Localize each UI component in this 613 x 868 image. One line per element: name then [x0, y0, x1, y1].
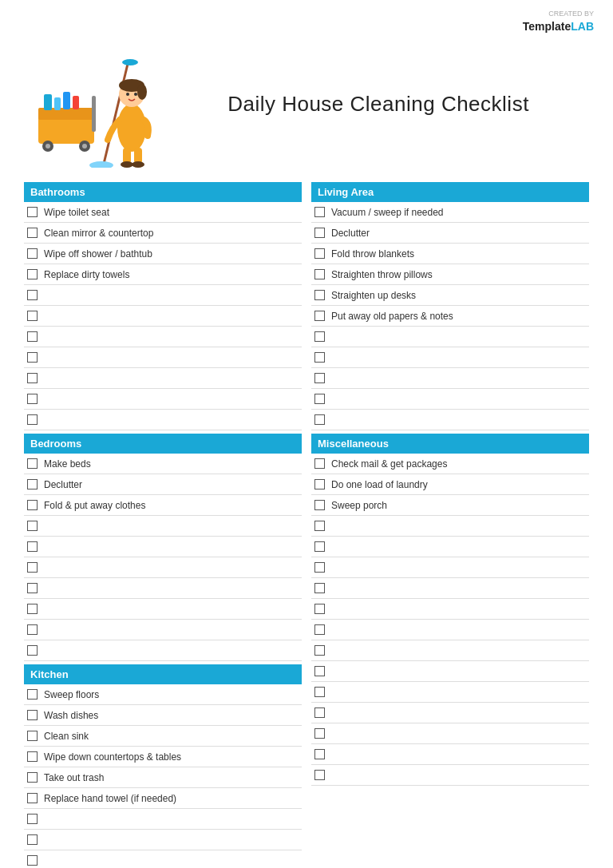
checkbox[interactable]: [314, 541, 325, 552]
empty-row: [24, 537, 302, 557]
checkbox[interactable]: [27, 479, 38, 489]
checkbox[interactable]: [27, 562, 38, 573]
list-item: Wipe off shower / bathtub: [24, 244, 302, 264]
checkbox[interactable]: [27, 458, 38, 469]
empty-row: [311, 578, 589, 599]
checkbox[interactable]: [314, 394, 325, 404]
empty-row: [24, 516, 302, 537]
empty-row: [24, 830, 302, 850]
empty-row: [311, 410, 589, 430]
item-text: Replace hand towel (if needed): [44, 793, 176, 804]
left-column: Bathrooms Wipe toilet seat Clean mirror …: [24, 182, 302, 868]
svg-point-13: [122, 59, 138, 65]
checkbox[interactable]: [314, 207, 325, 217]
checkbox[interactable]: [27, 541, 38, 552]
checkbox[interactable]: [314, 500, 325, 510]
checkbox[interactable]: [27, 248, 38, 259]
checkbox[interactable]: [314, 269, 325, 279]
list-item: Straighten up desks: [311, 285, 589, 306]
empty-row: [311, 640, 589, 661]
checkbox[interactable]: [27, 500, 38, 510]
brand-logo: CREATED BY TemplateLAB: [523, 10, 594, 34]
checkbox[interactable]: [314, 624, 325, 635]
checkbox[interactable]: [314, 562, 325, 573]
checkbox[interactable]: [27, 814, 38, 824]
checkbox[interactable]: [314, 352, 325, 363]
empty-row: [24, 389, 302, 410]
checkbox[interactable]: [314, 687, 325, 697]
svg-point-12: [89, 161, 113, 168]
item-text: Replace dirty towels: [44, 269, 129, 280]
item-text: Straighten up desks: [331, 290, 416, 301]
checkbox[interactable]: [27, 731, 38, 741]
list-item: Sweep porch: [311, 495, 589, 516]
checkbox[interactable]: [27, 331, 38, 342]
checkbox[interactable]: [27, 269, 38, 279]
section-header-bathrooms: Bathrooms: [24, 182, 302, 202]
svg-point-3: [45, 144, 50, 149]
checkbox[interactable]: [314, 290, 325, 300]
checkbox[interactable]: [27, 352, 38, 363]
checkbox[interactable]: [314, 707, 325, 718]
checkbox[interactable]: [314, 749, 325, 759]
empty-row: [24, 578, 302, 599]
item-text: Do one load of laundry: [331, 479, 428, 490]
checkbox[interactable]: [27, 228, 38, 238]
list-item: Take out trash: [24, 767, 302, 788]
checkbox[interactable]: [314, 479, 325, 489]
checkbox[interactable]: [27, 772, 38, 783]
checkbox[interactable]: [27, 624, 38, 635]
checkbox[interactable]: [314, 311, 325, 321]
empty-row: [24, 368, 302, 389]
checkbox[interactable]: [314, 645, 325, 656]
checkbox[interactable]: [314, 228, 325, 238]
checkbox[interactable]: [27, 855, 38, 866]
empty-row: [24, 620, 302, 640]
list-item: Declutter: [311, 223, 589, 244]
checkbox[interactable]: [27, 394, 38, 404]
empty-row: [311, 765, 589, 786]
checkbox[interactable]: [314, 604, 325, 614]
checkbox[interactable]: [314, 770, 325, 780]
empty-row: [311, 744, 589, 765]
checkbox[interactable]: [27, 834, 38, 845]
checkbox[interactable]: [27, 290, 38, 300]
checkbox[interactable]: [314, 521, 325, 531]
checkbox[interactable]: [27, 521, 38, 531]
list-item: Wash dishes: [24, 705, 302, 726]
checkbox[interactable]: [314, 583, 325, 593]
checkbox[interactable]: [314, 728, 325, 739]
checkbox[interactable]: [27, 710, 38, 720]
item-text: Sweep floors: [44, 689, 99, 700]
list-item: Vacuum / sweep if needed: [311, 202, 589, 223]
right-column: Living Area Vacuum / sweep if needed Dec…: [311, 182, 589, 868]
checkbox[interactable]: [314, 458, 325, 469]
checkbox[interactable]: [314, 248, 325, 259]
list-item: Fold throw blankets: [311, 244, 589, 264]
item-text: Put away old papers & notes: [331, 311, 453, 322]
header-area: Daily House Cleaning Checklist: [24, 40, 589, 168]
brand-name-bold: LAB: [571, 20, 594, 33]
checkbox[interactable]: [27, 207, 38, 217]
list-item: Wipe toilet seat: [24, 202, 302, 223]
checkbox[interactable]: [314, 666, 325, 676]
empty-row: [311, 347, 589, 368]
checkbox[interactable]: [314, 331, 325, 342]
checkbox[interactable]: [27, 373, 38, 383]
checkbox[interactable]: [27, 645, 38, 656]
checkbox[interactable]: [27, 604, 38, 614]
section-header-living-area: Living Area: [311, 182, 589, 202]
list-item: Declutter: [24, 474, 302, 495]
checkbox[interactable]: [314, 414, 325, 425]
item-text: Check mail & get packages: [331, 458, 447, 470]
list-item: Replace hand towel (if needed): [24, 788, 302, 809]
checkbox[interactable]: [27, 311, 38, 321]
checkbox[interactable]: [27, 414, 38, 425]
checkbox[interactable]: [314, 373, 325, 383]
checkbox[interactable]: [27, 689, 38, 700]
checkbox[interactable]: [27, 751, 38, 762]
empty-row: [311, 723, 589, 744]
checkbox[interactable]: [27, 583, 38, 593]
checkbox[interactable]: [27, 793, 38, 803]
main-content: Bathrooms Wipe toilet seat Clean mirror …: [24, 182, 589, 868]
